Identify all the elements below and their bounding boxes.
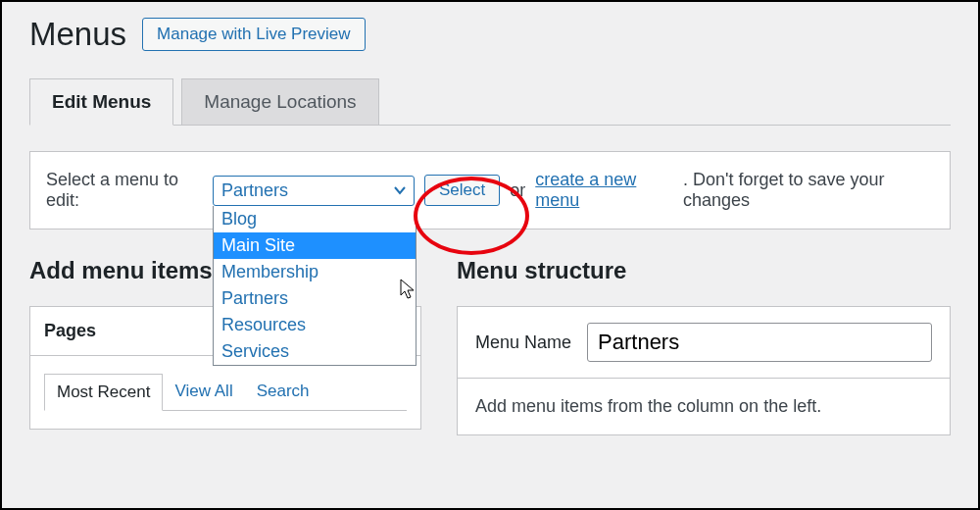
tab-edit-menus[interactable]: Edit Menus [29,78,173,126]
menu-option[interactable]: Membership [214,259,416,285]
select-menu-label: Select a menu to edit: [46,170,203,211]
menu-dropdown-value: Partners [221,180,288,200]
page-title: Menus [29,16,126,53]
menu-option[interactable]: Main Site [214,232,416,259]
menu-name-input[interactable] [587,323,932,362]
create-new-menu-link[interactable]: create a new menu [535,170,673,211]
menu-structure-instruction: Add menu items from the column on the le… [458,379,950,434]
or-text: or [510,180,525,201]
menu-dropdown-display[interactable]: Partners [213,176,415,206]
menu-option[interactable]: Partners [214,285,416,312]
subtab-view-all[interactable]: View All [163,374,244,411]
subtab-search[interactable]: Search [245,374,321,411]
select-button[interactable]: Select [424,175,500,206]
menu-option[interactable]: Blog [214,206,416,232]
menu-selector-bar: Select a menu to edit: Partners BlogMain… [29,151,951,230]
pages-metabox-title: Pages [44,321,96,341]
nav-tabs: Edit Menus Manage Locations [29,78,951,126]
menu-option[interactable]: Resources [214,312,416,338]
menu-dropdown[interactable]: Partners BlogMain SiteMembershipPartners… [213,176,415,206]
menu-structure-heading: Menu structure [457,257,951,284]
chevron-down-icon [392,182,408,203]
pages-subtabs: Most Recent View All Search [44,374,407,411]
live-preview-button[interactable]: Manage with Live Preview [142,18,365,51]
menu-option[interactable]: Services [214,338,416,365]
menu-dropdown-list[interactable]: BlogMain SiteMembershipPartnersResources… [213,206,416,366]
menu-name-label: Menu Name [475,332,571,353]
reminder-text: . Don't forget to save your changes [683,170,934,211]
tab-manage-locations[interactable]: Manage Locations [181,78,378,126]
menu-structure-box: Menu Name Add menu items from the column… [457,306,951,435]
subtab-most-recent[interactable]: Most Recent [44,374,163,411]
